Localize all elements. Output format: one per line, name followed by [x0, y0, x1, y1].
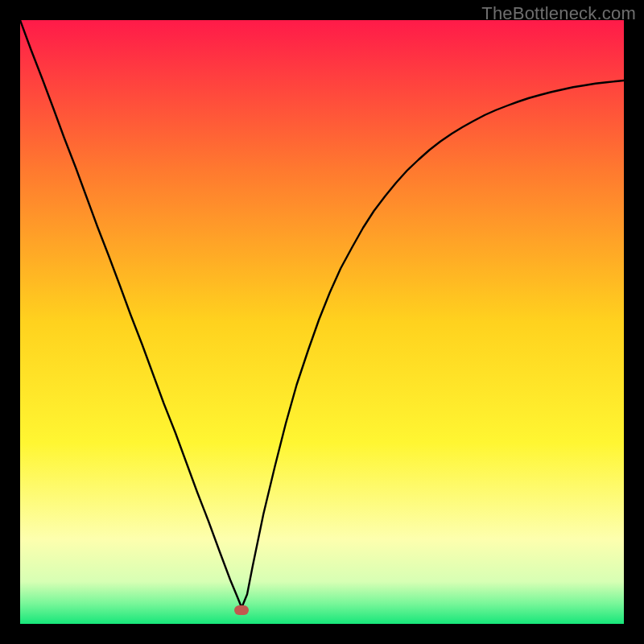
bottleneck-chart: [20, 20, 624, 624]
attribution-label: TheBottleneck.com: [481, 3, 636, 24]
chart-frame: [20, 20, 624, 624]
operating-point-marker: [234, 605, 249, 615]
gradient-background: [20, 20, 624, 624]
